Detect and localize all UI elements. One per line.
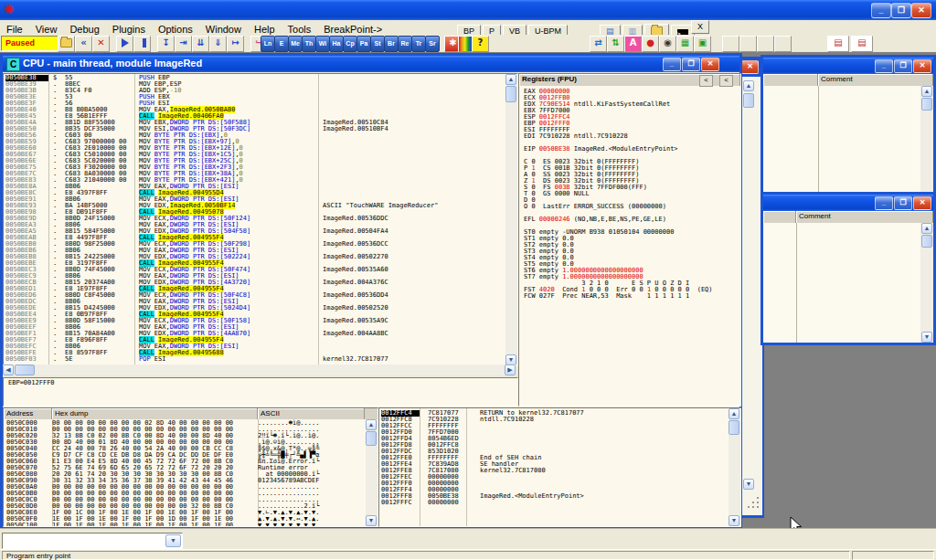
disassembly-vertical-scrollbar[interactable]: ▲ ▼ [505,74,517,365]
resize-grip[interactable] [746,495,760,510]
window-button-th[interactable]: Th [302,36,316,52]
disassembly-row[interactable]: 0050BEC3.8B0D 74F45000MOV ECX,DWORD PTR … [5,267,505,273]
go-back-icon[interactable]: « [75,36,92,52]
scroll-up-icon[interactable]: ▲ [921,223,932,234]
register-line[interactable]: FCW 027F Prec NEAR,53 Mask 1 1 1 1 1 1 [524,293,713,300]
hexdump-column-header[interactable]: Hex dump [52,408,258,419]
disassembly-row[interactable]: 0050BEF7.E8 F896F8FFCALL ImageRed.004955… [5,337,505,343]
minimize-button[interactable]: _ [871,3,891,18]
scroll-up-icon[interactable]: ▲ [729,408,739,419]
pause-icon[interactable] [133,36,151,52]
restore-button[interactable]: ❐ [891,3,911,18]
maximize-button[interactable]: ❐ [894,196,912,210]
register-line[interactable]: EIP 0050BE38 ImageRed.<ModuleEntryPoint> [524,146,713,153]
log-window-icon[interactable]: ▤ [827,36,849,52]
spiral-icon[interactable]: ◉ [659,36,676,52]
close-button[interactable]: ✕ [701,58,719,71]
menu-file[interactable]: File [0,22,29,35]
disassembly-row[interactable]: 0050BEB0.8B0D 98F25000MOV ECX,DWORD PTR … [5,241,505,248]
scrollbar-thumb[interactable] [366,431,377,446]
disassembly-horizontal-scrollbar[interactable]: ◀ ▶ [3,365,516,375]
scroll-down-icon[interactable]: ▼ [921,332,932,343]
disassembly-row[interactable]: 0050BE8C.E8 4397F8FFCALL ImageRed.004955… [5,190,505,196]
minimize-button[interactable]: _ [663,58,681,71]
dump-row[interactable]: 0050C1001F 00 1F 00 1F 00 1F 00 1F 00 1F… [6,523,319,527]
scroll-right-icon[interactable]: ▶ [505,365,516,375]
stack-row[interactable]: 0012FFFC00000000 [381,500,584,506]
register-line[interactable]: T 0 GS 0000 NULL [524,191,713,197]
scroll-down-icon[interactable]: ▼ [743,479,754,490]
ascii-column-header[interactable]: ASCII [258,408,365,419]
background-window-close-button[interactable]: ✕ [741,60,759,74]
help-icon[interactable]: ? [472,36,489,52]
register-line[interactable]: EFL 00000246 (NO,NB,E,BE,NS,PE,GE,LE) [524,217,713,223]
scroll-up-icon[interactable]: ▲ [505,74,516,85]
window-button-me[interactable]: Me [288,36,303,52]
menu-view[interactable]: View [29,22,64,35]
scrollbar-thumb[interactable] [921,98,932,111]
cpu-window-titlebar[interactable]: C CPU - main thread, module ImageRed _ ❐… [3,56,739,72]
breakpoint-list-icon[interactable]: ▤ [851,36,873,52]
close-button[interactable]: ✕ [911,3,931,18]
window-button-br[interactable]: Br [384,36,399,52]
menu-help[interactable]: Help [248,22,282,35]
minimize-button[interactable]: _ [875,59,893,73]
register-line[interactable]: EDI 7C910228 ntdll.7C910228 [524,133,713,140]
window-button-cp[interactable]: Cp [343,36,357,52]
disassembly-row[interactable]: 0050BF03.5EPOP ESIkernel32.7C817077 [5,356,505,363]
close-button[interactable]: ✕ [913,196,931,210]
window-button-re[interactable]: Re [398,36,412,52]
disassembly-row[interactable]: 0050BEFE.E8 8597F8FFCALL ImageRed.004956… [5,350,505,356]
run-icon[interactable] [116,36,133,52]
updown-icon[interactable]: ⇅ [607,36,624,52]
disassembly-row[interactable]: 0050BE83.C683 21040000 00MOV BYTE PTR DS… [5,177,505,184]
comment-list[interactable] [763,86,920,209]
chevron-down-icon[interactable]: ▼ [165,534,181,547]
scrollbar-thumb[interactable] [505,86,516,102]
stack-pane[interactable]: 0012FFC47C817077RETURN to kernel32.7C817… [378,407,741,527]
screen-icon[interactable]: ▣ [694,36,711,52]
scroll-left-icon[interactable]: ◀ [3,365,14,375]
animate-over-icon[interactable]: ⇓ [209,36,227,52]
grid-icon[interactable]: ▦ [676,36,694,52]
open-file-icon[interactable] [58,36,75,52]
address-column-header[interactable]: Address [4,408,52,419]
comment-list[interactable] [763,223,920,343]
scrollbar-thumb[interactable] [15,365,35,375]
close-program-icon[interactable]: ✕ [92,36,110,52]
registers-pane[interactable]: Registers (FPU) < < EAX 00000000ECX 0012… [518,73,741,407]
scroll-down-icon[interactable]: ▼ [366,515,377,526]
window-button-tr[interactable]: Tr [411,36,426,52]
comment-column-header[interactable]: Comment [818,74,933,86]
dump-vertical-scrollbar[interactable]: ▲ ▼ [366,419,378,526]
menu-options[interactable]: Options [152,22,199,35]
scroll-up-icon[interactable]: ▲ [921,86,932,97]
hex-dump-pane[interactable]: Address Hex dump ASCII 0050C00000 00 00 … [3,407,378,527]
exchange-icon[interactable]: ⇄ [590,36,607,52]
bp-close-button[interactable]: X [691,20,709,34]
vertical-scrollbar[interactable]: ▲ ▼ [920,86,933,209]
disassembly-row[interactable]: 0050BEE9.8B0D 58F15000MOV ECX,DWORD PTR … [5,318,505,324]
disassembly-row[interactable]: 0050BE38$55PUSH EBP [5,75,505,81]
register-line[interactable]: O 0 LastErr ERROR_SUCCESS (00000000) [524,204,713,210]
window-button-ha[interactable]: Ha [329,36,344,52]
scrollbar-thumb[interactable] [729,420,739,435]
scrollbar-thumb[interactable] [921,235,932,248]
ascii-a-icon[interactable]: A [624,36,642,52]
scroll-up-icon[interactable]: ▲ [743,80,754,91]
disassembly-row[interactable]: 0050BED6.8B0D C8F45000MOV ECX,DWORD PTR … [5,292,505,299]
maximize-button[interactable]: ❐ [682,58,700,71]
step-over-icon[interactable]: ⇥ [175,36,192,52]
maximize-button[interactable]: ❐ [894,59,912,73]
menu-tools[interactable]: Tools [282,22,318,35]
stack-vertical-scrollbar[interactable]: ▲ ▼ [729,408,740,526]
collapse-left-icon[interactable]: < [699,75,713,87]
disassembly-row[interactable]: 0050BE3E.53PUSH EBX [5,94,505,100]
menu-plugins[interactable]: Plugins [106,22,152,35]
menu-window[interactable]: Window [199,22,248,35]
step-into-icon[interactable]: ↧ [157,36,175,52]
menu-debug[interactable]: Debug [63,22,105,35]
animate-into-icon[interactable]: ⇊ [192,36,209,52]
scrollbar-thumb[interactable] [743,93,754,108]
window-button-e[interactable]: E [274,36,289,52]
